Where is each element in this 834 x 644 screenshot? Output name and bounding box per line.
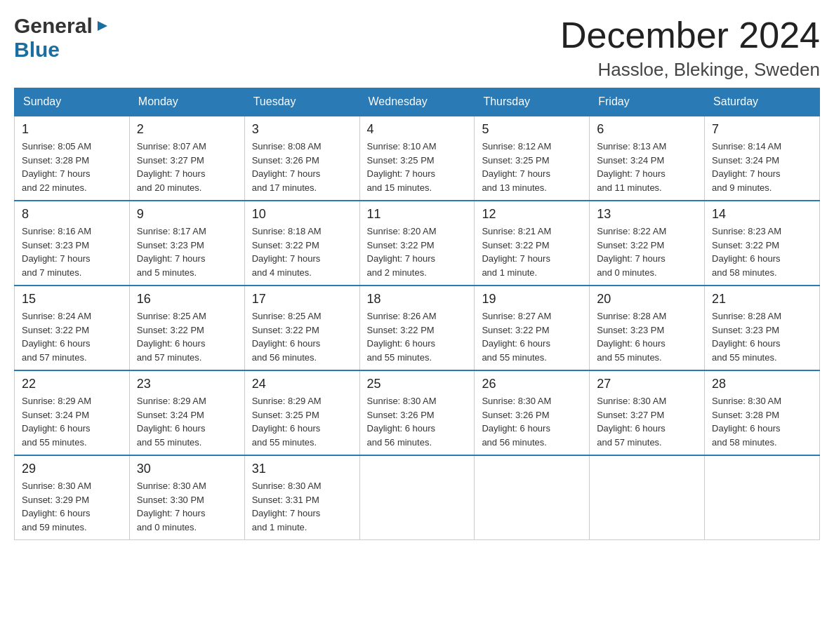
calendar-cell: 9 Sunrise: 8:17 AMSunset: 3:23 PMDayligh… <box>129 201 244 286</box>
day-number: 5 <box>482 122 582 137</box>
calendar-cell: 6 Sunrise: 8:13 AMSunset: 3:24 PMDayligh… <box>590 116 705 201</box>
calendar-cell: 26 Sunrise: 8:30 AMSunset: 3:26 PMDaylig… <box>475 370 590 455</box>
day-number: 14 <box>712 207 812 222</box>
calendar-cell: 23 Sunrise: 8:29 AMSunset: 3:24 PMDaylig… <box>129 370 244 455</box>
calendar-cell: 16 Sunrise: 8:25 AMSunset: 3:22 PMDaylig… <box>129 286 244 370</box>
day-info: Sunrise: 8:20 AMSunset: 3:22 PMDaylight:… <box>367 224 468 279</box>
day-info: Sunrise: 8:30 AMSunset: 3:30 PMDaylight:… <box>137 479 237 534</box>
day-info: Sunrise: 8:26 AMSunset: 3:22 PMDaylight:… <box>367 309 468 364</box>
day-number: 16 <box>137 292 237 307</box>
calendar-cell: 27 Sunrise: 8:30 AMSunset: 3:27 PMDaylig… <box>590 370 705 455</box>
calendar-cell: 29 Sunrise: 8:30 AMSunset: 3:29 PMDaylig… <box>15 455 130 540</box>
day-number: 29 <box>22 462 122 476</box>
calendar-cell: 15 Sunrise: 8:24 AMSunset: 3:22 PMDaylig… <box>15 286 130 370</box>
calendar-cell: 7 Sunrise: 8:14 AMSunset: 3:24 PMDayligh… <box>705 116 820 201</box>
calendar-cell: 17 Sunrise: 8:25 AMSunset: 3:22 PMDaylig… <box>244 286 359 370</box>
day-number: 11 <box>367 207 468 222</box>
location-subtitle: Hassloe, Blekinge, Sweden <box>560 59 820 81</box>
day-info: Sunrise: 8:25 AMSunset: 3:22 PMDaylight:… <box>137 309 237 364</box>
header-friday: Friday <box>590 88 705 116</box>
day-number: 9 <box>137 207 237 222</box>
calendar-cell <box>590 455 705 540</box>
day-number: 27 <box>597 377 697 391</box>
header-wednesday: Wednesday <box>359 88 475 116</box>
day-info: Sunrise: 8:17 AMSunset: 3:23 PMDaylight:… <box>137 224 237 279</box>
day-info: Sunrise: 8:21 AMSunset: 3:22 PMDaylight:… <box>482 224 582 279</box>
day-info: Sunrise: 8:28 AMSunset: 3:23 PMDaylight:… <box>597 309 697 364</box>
day-info: Sunrise: 8:30 AMSunset: 3:27 PMDaylight:… <box>597 394 697 449</box>
calendar-cell: 28 Sunrise: 8:30 AMSunset: 3:28 PMDaylig… <box>705 370 820 455</box>
day-info: Sunrise: 8:08 AMSunset: 3:26 PMDaylight:… <box>252 140 352 194</box>
day-number: 8 <box>22 207 122 222</box>
calendar-cell: 14 Sunrise: 8:23 AMSunset: 3:22 PMDaylig… <box>705 201 820 286</box>
day-info: Sunrise: 8:07 AMSunset: 3:27 PMDaylight:… <box>137 140 237 194</box>
week-row-1: 1 Sunrise: 8:05 AMSunset: 3:28 PMDayligh… <box>15 116 820 201</box>
logo-blue: Blue <box>14 38 60 61</box>
day-info: Sunrise: 8:22 AMSunset: 3:22 PMDaylight:… <box>597 224 697 279</box>
day-number: 3 <box>252 122 352 137</box>
day-number: 12 <box>482 207 582 222</box>
calendar-cell: 3 Sunrise: 8:08 AMSunset: 3:26 PMDayligh… <box>244 116 359 201</box>
calendar-cell: 31 Sunrise: 8:30 AMSunset: 3:31 PMDaylig… <box>244 455 359 540</box>
day-info: Sunrise: 8:29 AMSunset: 3:25 PMDaylight:… <box>252 394 352 449</box>
day-info: Sunrise: 8:25 AMSunset: 3:22 PMDaylight:… <box>252 309 352 364</box>
header-saturday: Saturday <box>705 88 820 116</box>
day-info: Sunrise: 8:10 AMSunset: 3:25 PMDaylight:… <box>367 140 468 194</box>
day-number: 7 <box>712 122 812 137</box>
day-number: 28 <box>712 377 812 391</box>
logo: General Blue <box>14 14 110 62</box>
day-number: 23 <box>137 377 237 391</box>
day-number: 13 <box>597 207 697 222</box>
day-info: Sunrise: 8:13 AMSunset: 3:24 PMDaylight:… <box>597 140 697 194</box>
day-info: Sunrise: 8:28 AMSunset: 3:23 PMDaylight:… <box>712 309 812 364</box>
day-number: 21 <box>712 292 812 307</box>
calendar-cell: 11 Sunrise: 8:20 AMSunset: 3:22 PMDaylig… <box>359 201 475 286</box>
day-number: 17 <box>252 292 352 307</box>
day-info: Sunrise: 8:05 AMSunset: 3:28 PMDaylight:… <box>22 140 122 194</box>
calendar-cell: 5 Sunrise: 8:12 AMSunset: 3:25 PMDayligh… <box>475 116 590 201</box>
day-info: Sunrise: 8:24 AMSunset: 3:22 PMDaylight:… <box>22 309 122 364</box>
calendar-cell: 10 Sunrise: 8:18 AMSunset: 3:22 PMDaylig… <box>244 201 359 286</box>
header-sunday: Sunday <box>15 88 130 116</box>
calendar-cell: 22 Sunrise: 8:29 AMSunset: 3:24 PMDaylig… <box>15 370 130 455</box>
logo-general: General <box>14 14 93 38</box>
calendar-cell: 4 Sunrise: 8:10 AMSunset: 3:25 PMDayligh… <box>359 116 475 201</box>
calendar-table: Sunday Monday Tuesday Wednesday Thursday… <box>14 88 820 540</box>
page-title: December 2024 <box>560 14 820 56</box>
week-row-5: 29 Sunrise: 8:30 AMSunset: 3:29 PMDaylig… <box>15 455 820 540</box>
svg-marker-0 <box>98 21 107 31</box>
day-number: 30 <box>137 462 237 476</box>
calendar-cell: 8 Sunrise: 8:16 AMSunset: 3:23 PMDayligh… <box>15 201 130 286</box>
day-info: Sunrise: 8:30 AMSunset: 3:28 PMDaylight:… <box>712 394 812 449</box>
week-row-2: 8 Sunrise: 8:16 AMSunset: 3:23 PMDayligh… <box>15 201 820 286</box>
week-row-3: 15 Sunrise: 8:24 AMSunset: 3:22 PMDaylig… <box>15 286 820 370</box>
day-number: 25 <box>367 377 468 391</box>
day-info: Sunrise: 8:12 AMSunset: 3:25 PMDaylight:… <box>482 140 582 194</box>
day-info: Sunrise: 8:14 AMSunset: 3:24 PMDaylight:… <box>712 140 812 194</box>
day-info: Sunrise: 8:23 AMSunset: 3:22 PMDaylight:… <box>712 224 812 279</box>
calendar-cell: 18 Sunrise: 8:26 AMSunset: 3:22 PMDaylig… <box>359 286 475 370</box>
day-info: Sunrise: 8:16 AMSunset: 3:23 PMDaylight:… <box>22 224 122 279</box>
day-info: Sunrise: 8:30 AMSunset: 3:29 PMDaylight:… <box>22 479 122 534</box>
day-number: 31 <box>252 462 352 476</box>
logo-triangle-icon <box>95 18 110 36</box>
calendar-header-row: Sunday Monday Tuesday Wednesday Thursday… <box>15 88 820 116</box>
day-number: 24 <box>252 377 352 391</box>
day-number: 1 <box>22 122 122 137</box>
day-number: 26 <box>482 377 582 391</box>
day-info: Sunrise: 8:30 AMSunset: 3:31 PMDaylight:… <box>252 479 352 534</box>
day-info: Sunrise: 8:30 AMSunset: 3:26 PMDaylight:… <box>367 394 468 449</box>
day-number: 20 <box>597 292 697 307</box>
day-number: 4 <box>367 122 468 137</box>
calendar-cell: 19 Sunrise: 8:27 AMSunset: 3:22 PMDaylig… <box>475 286 590 370</box>
day-info: Sunrise: 8:29 AMSunset: 3:24 PMDaylight:… <box>137 394 237 449</box>
day-number: 19 <box>482 292 582 307</box>
day-number: 18 <box>367 292 468 307</box>
calendar-cell: 1 Sunrise: 8:05 AMSunset: 3:28 PMDayligh… <box>15 116 130 201</box>
calendar-cell: 24 Sunrise: 8:29 AMSunset: 3:25 PMDaylig… <box>244 370 359 455</box>
calendar-cell <box>359 455 475 540</box>
header-thursday: Thursday <box>475 88 590 116</box>
calendar-cell <box>705 455 820 540</box>
page-header: General Blue December 2024 Hassloe, Blek… <box>14 14 820 81</box>
week-row-4: 22 Sunrise: 8:29 AMSunset: 3:24 PMDaylig… <box>15 370 820 455</box>
